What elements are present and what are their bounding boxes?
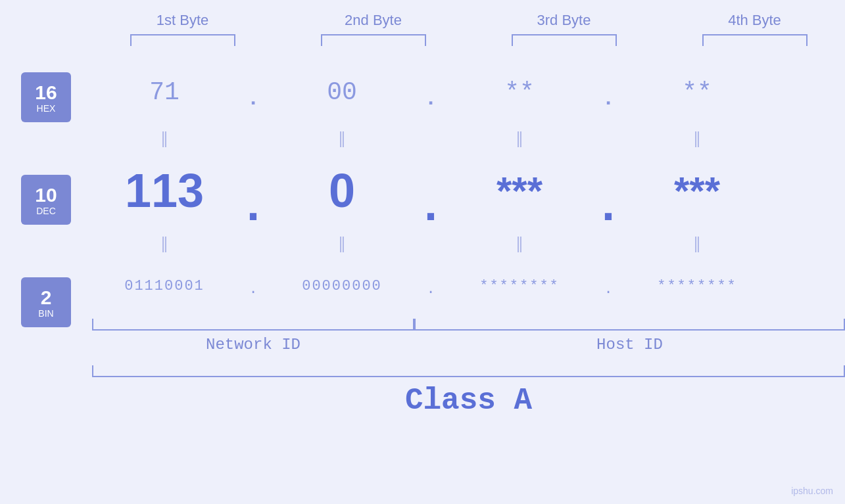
eq-sign-1-1: ‖ — [160, 129, 168, 147]
bin-byte3-cell: ******** — [447, 278, 592, 294]
bracket-byte4 — [683, 34, 827, 46]
eq-sign-2-1: ‖ — [160, 234, 168, 252]
hex-byte2-value: 00 — [327, 78, 357, 106]
eq1-byte2: ‖ — [270, 129, 414, 147]
network-bracket — [92, 319, 414, 331]
eq-row-1: ‖ ‖ ‖ ‖ — [92, 125, 845, 151]
dec-byte4-value: *** — [674, 169, 720, 213]
bin-byte3-value: ******** — [479, 278, 560, 294]
byte2-header: 2nd Byte — [301, 12, 446, 29]
bin-byte4-value: ******** — [657, 278, 737, 294]
eq-sign-2-2: ‖ — [338, 234, 346, 252]
hex-byte4-cell: ** — [625, 78, 769, 106]
hex-dot3: . — [592, 74, 625, 111]
hex-badge-num: 16 — [35, 81, 57, 103]
hex-badge: 16 HEX — [21, 72, 71, 122]
content-area: 16 HEX 10 DEC 2 BIN 71 . 00 — [0, 66, 845, 418]
id-labels-row: Network ID Host ID — [92, 336, 845, 354]
bracket-byte3 — [492, 34, 637, 46]
eq2-byte2: ‖ — [270, 234, 414, 252]
dec-badge: 10 DEC — [21, 175, 71, 225]
main-container: 1st Byte 2nd Byte 3rd Byte 4th Byte 16 — [0, 0, 845, 504]
dec-badge-num: 10 — [35, 184, 57, 206]
dec-dot1: . — [237, 177, 270, 231]
bin-byte2-value: 00000000 — [302, 278, 382, 294]
eq2-byte3: ‖ — [447, 234, 592, 252]
bin-byte1-cell: 01110001 — [92, 278, 237, 294]
eq1-byte4: ‖ — [625, 129, 769, 147]
dec-dot2: . — [414, 177, 447, 231]
bottom-brackets-row — [92, 319, 845, 331]
bin-badge-num: 2 — [41, 286, 52, 308]
dec-byte4-cell: *** — [625, 168, 769, 214]
eq2-byte4: ‖ — [625, 234, 769, 252]
dec-byte3-value: *** — [496, 169, 543, 213]
host-id-label: Host ID — [414, 336, 845, 354]
hex-dot1: . — [237, 74, 270, 111]
dec-byte2-value: 0 — [329, 164, 355, 217]
byte4-header: 4th Byte — [683, 12, 827, 29]
watermark: ipshu.com — [791, 486, 833, 496]
eq-sign-1-3: ‖ — [516, 129, 523, 147]
dec-dot3: . — [592, 177, 625, 231]
byte3-header: 3rd Byte — [492, 12, 637, 29]
dec-byte1-cell: 113 — [92, 164, 237, 218]
bracket-top-byte2 — [321, 34, 426, 46]
dec-byte1-value: 113 — [125, 164, 204, 217]
dec-byte3-cell: *** — [447, 168, 592, 214]
dec-row: 113 . 0 . *** . *** — [92, 158, 845, 223]
bracket-top-byte3 — [512, 34, 617, 46]
hex-byte3-value: ** — [504, 78, 535, 106]
bin-badge: 2 BIN — [21, 277, 71, 327]
hex-byte4-value: ** — [682, 78, 712, 106]
top-brackets-row — [107, 34, 831, 46]
bracket-byte2 — [301, 34, 446, 46]
hex-badge-label: HEX — [37, 103, 56, 114]
bin-dot1: . — [237, 275, 270, 298]
byte1-header: 1st Byte — [110, 12, 255, 29]
class-label: Class A — [92, 384, 845, 418]
bin-badge-label: BIN — [38, 308, 53, 319]
data-columns: 71 . 00 . ** . ** ‖ — [92, 66, 845, 418]
bin-byte4-cell: ******** — [625, 278, 769, 294]
network-id-label: Network ID — [92, 336, 414, 354]
host-bracket — [414, 319, 845, 331]
bin-byte1-value: 01110001 — [124, 278, 205, 294]
hex-byte1-value: 71 — [149, 78, 180, 106]
bin-dot2: . — [414, 275, 447, 298]
eq-sign-2-4: ‖ — [693, 234, 701, 252]
eq-row-2: ‖ ‖ ‖ ‖ — [92, 230, 845, 256]
bin-row: 01110001 . 00000000 . ******** . *******… — [92, 263, 845, 309]
big-bottom-bracket — [92, 365, 845, 377]
eq-sign-1-2: ‖ — [338, 129, 346, 147]
bracket-top-byte1 — [130, 34, 235, 46]
bracket-top-byte4 — [702, 34, 808, 46]
hex-byte3-cell: ** — [447, 78, 592, 106]
bin-byte2-cell: 00000000 — [270, 278, 414, 294]
hex-row: 71 . 00 . ** . ** — [92, 66, 845, 118]
hex-byte1-cell: 71 — [92, 78, 237, 106]
hex-dot2: . — [414, 74, 447, 111]
bracket-byte1 — [110, 34, 255, 46]
eq-sign-2-3: ‖ — [516, 234, 523, 252]
eq1-byte1: ‖ — [92, 129, 237, 147]
eq-sign-1-4: ‖ — [693, 129, 701, 147]
eq2-byte1: ‖ — [92, 234, 237, 252]
bin-dot3: . — [592, 275, 625, 298]
eq1-byte3: ‖ — [447, 129, 592, 147]
byte-headers-row: 1st Byte 2nd Byte 3rd Byte 4th Byte — [107, 12, 831, 29]
hex-byte2-cell: 00 — [270, 78, 414, 106]
dec-byte2-cell: 0 — [270, 164, 414, 218]
badge-column: 16 HEX 10 DEC 2 BIN — [0, 66, 92, 327]
dec-badge-label: DEC — [36, 206, 56, 216]
